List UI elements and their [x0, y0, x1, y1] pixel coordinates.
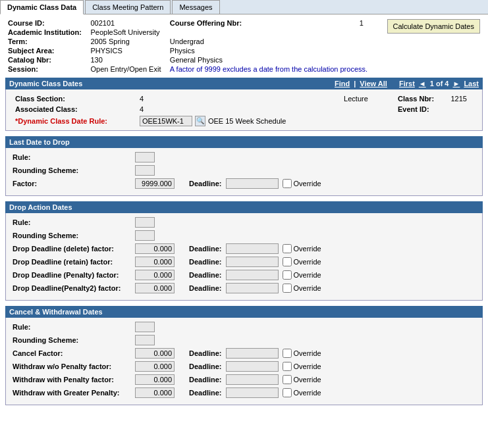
- withdraw-no-penalty-override-label: Override: [294, 362, 321, 370]
- cancel-rounding-input[interactable]: [135, 335, 155, 345]
- drop-penalty-factor-input[interactable]: [135, 270, 175, 280]
- withdraw-greater-penalty-factor-input[interactable]: [135, 387, 175, 398]
- last-drop-rounding-label: Rounding Scheme:: [13, 166, 131, 174]
- drop-retain-factor-input[interactable]: [135, 257, 175, 267]
- withdraw-penalty-deadline-input[interactable]: [226, 374, 279, 385]
- last-drop-rule-input[interactable]: [135, 152, 155, 162]
- nav-controls: Find | View All First ◄ 1 of 4 ► Last: [335, 80, 479, 87]
- catalog-nbr-label: Catalog Nbr:: [5, 55, 88, 64]
- class-section-value: 4: [137, 93, 331, 104]
- drop-rounding-label: Rounding Scheme:: [13, 232, 131, 239]
- dynamic-date-rule-input[interactable]: [140, 116, 192, 126]
- cancel-rule-row: Rule:: [13, 322, 475, 332]
- prev-link[interactable]: ◄: [419, 80, 426, 87]
- view-all-link[interactable]: View All: [360, 80, 387, 87]
- drop-delete-deadline-label: Deadline:: [189, 245, 222, 253]
- last-drop-factor-label: Factor:: [13, 180, 131, 187]
- drop-delete-override-group: Override: [283, 244, 321, 253]
- last-drop-rounding-input[interactable]: [135, 165, 155, 176]
- find-link[interactable]: Find: [335, 80, 350, 87]
- class-nbr-label: Class Nbr:: [395, 93, 448, 104]
- drop-penalty2-override-group: Override: [283, 284, 321, 293]
- withdraw-greater-penalty-label: Withdraw with Greater Penalty:: [13, 389, 131, 397]
- cancel-rule-input[interactable]: [135, 322, 155, 332]
- drop-penalty-override-checkbox[interactable]: [283, 270, 292, 280]
- withdraw-penalty-label: Withdraw with Penalty factor:: [13, 376, 131, 384]
- last-drop-deadline-label: Deadline:: [189, 180, 222, 187]
- drop-penalty2-override-checkbox[interactable]: [283, 284, 292, 293]
- cancel-withdrawal-dates-title: Cancel & Withdrawal Dates: [9, 308, 103, 316]
- withdraw-no-penalty-override-checkbox[interactable]: [283, 362, 292, 371]
- withdraw-greater-penalty-deadline-input[interactable]: [226, 387, 279, 398]
- last-date-to-drop-section: Last Date to Drop Rule: Rounding Scheme:…: [5, 136, 483, 196]
- last-drop-rule-label: Rule:: [13, 153, 131, 161]
- withdraw-penalty-override-label: Override: [294, 376, 321, 384]
- drop-delete-override-checkbox[interactable]: [283, 244, 292, 253]
- cancel-factor-input[interactable]: [135, 348, 175, 359]
- cancel-deadline-input[interactable]: [226, 348, 279, 359]
- term-value: 2005 Spring: [88, 37, 167, 46]
- search-icon[interactable]: 🔍: [195, 116, 205, 126]
- term-type-value: Undergrad: [167, 37, 357, 46]
- dynamic-date-rule-value: 🔍 OEE 15 Week Schedule: [137, 114, 331, 128]
- class-dates-info-table: Class Section: 4 Lecture Class Nbr: 1215…: [13, 93, 475, 128]
- main-content: Course ID: 002101 Course Offering Nbr: 1…: [0, 14, 488, 414]
- drop-delete-deadline-input[interactable]: [226, 243, 279, 254]
- withdraw-greater-penalty-row: Withdraw with Greater Penalty: Deadline:…: [13, 387, 475, 398]
- next-link[interactable]: ►: [452, 80, 460, 87]
- last-drop-override-group: Override: [283, 179, 321, 188]
- drop-delete-factor-input[interactable]: [135, 243, 175, 254]
- course-info-table: Course ID: 002101 Course Offering Nbr: 1…: [5, 18, 483, 74]
- calculate-dynamic-dates-button[interactable]: Calculate Dynamic Dates: [387, 19, 481, 34]
- drop-penalty-deadline-label: Deadline:: [189, 271, 222, 279]
- withdraw-no-penalty-factor-input[interactable]: [135, 361, 175, 372]
- drop-rule-row: Rule:: [13, 217, 475, 228]
- cancel-rounding-row: Rounding Scheme:: [13, 335, 475, 345]
- drop-penalty-label: Drop Deadline (Penalty) factor:: [13, 271, 131, 279]
- withdraw-no-penalty-deadline-input[interactable]: [226, 361, 279, 372]
- withdraw-penalty-row: Withdraw with Penalty factor: Deadline: …: [13, 374, 475, 385]
- drop-penalty2-deadline-input[interactable]: [226, 283, 279, 293]
- subject-area-label: Subject Area:: [5, 46, 88, 55]
- last-drop-override-checkbox[interactable]: [283, 179, 292, 188]
- tab-class-meeting-pattern[interactable]: Class Meeting Pattern: [85, 0, 171, 14]
- drop-action-dates-title: Drop Action Dates: [9, 203, 72, 211]
- first-link[interactable]: First: [399, 80, 415, 87]
- withdraw-greater-penalty-override-checkbox[interactable]: [283, 388, 292, 397]
- drop-delete-label: Drop Deadline (delete) factor:: [13, 245, 131, 253]
- drop-penalty-deadline-input[interactable]: [226, 270, 279, 280]
- drop-rule-input[interactable]: [135, 217, 155, 228]
- last-drop-deadline-input[interactable]: [226, 178, 279, 189]
- last-drop-override-label: Override: [294, 180, 321, 187]
- dynamic-class-dates-body: Class Section: 4 Lecture Class Nbr: 1215…: [5, 89, 483, 131]
- last-drop-factor-input[interactable]: [135, 178, 175, 189]
- last-drop-rule-row: Rule:: [13, 152, 475, 162]
- note-text: A factor of 9999 excludes a date from th…: [167, 64, 380, 74]
- nav-separator: [391, 80, 395, 87]
- cancel-deadline-label: Deadline:: [189, 349, 222, 357]
- drop-penalty-override-group: Override: [283, 270, 321, 280]
- withdraw-penalty-factor-input[interactable]: [135, 374, 175, 385]
- drop-retain-override-label: Override: [294, 258, 321, 266]
- drop-penalty2-deadline-label: Deadline:: [189, 284, 222, 292]
- tab-messages[interactable]: Messages: [172, 0, 219, 14]
- drop-retain-label: Drop Deadline (retain) factor:: [13, 258, 131, 266]
- dynamic-class-dates-title: Dynamic Class Dates: [9, 80, 82, 87]
- drop-penalty2-factor-input[interactable]: [135, 283, 175, 293]
- cancel-override-checkbox[interactable]: [283, 349, 292, 358]
- catalog-name: General Physics: [167, 55, 357, 64]
- last-date-to-drop-body: Rule: Rounding Scheme: Factor: Deadline:…: [5, 148, 483, 196]
- drop-rounding-input[interactable]: [135, 230, 155, 241]
- drop-retain-override-checkbox[interactable]: [283, 257, 292, 266]
- drop-rule-label: Rule:: [13, 218, 131, 226]
- academic-institution-value: PeopleSoft University: [88, 28, 167, 37]
- withdraw-penalty-override-checkbox[interactable]: [283, 375, 292, 384]
- last-link[interactable]: Last: [464, 80, 479, 87]
- cancel-rounding-label: Rounding Scheme:: [13, 336, 131, 344]
- course-offering-value: 1: [357, 18, 380, 28]
- cancel-factor-label: Cancel Factor:: [13, 349, 131, 357]
- course-offering-label: Course Offering Nbr:: [167, 18, 357, 28]
- drop-retain-deadline-input[interactable]: [226, 257, 279, 267]
- tab-dynamic-class-data[interactable]: Dynamic Class Data: [0, 0, 84, 14]
- subject-area-name: Physics: [167, 46, 357, 55]
